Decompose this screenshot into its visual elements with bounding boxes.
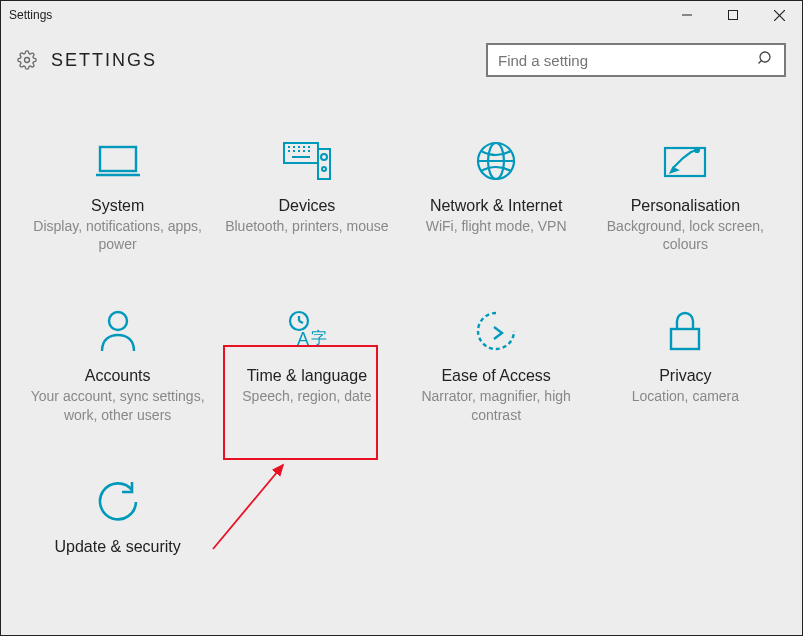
search-input[interactable] [498, 52, 758, 69]
minimize-button[interactable] [664, 1, 710, 29]
tile-title: Personalisation [597, 197, 774, 215]
svg-point-4 [25, 58, 30, 63]
tile-desc: Background, lock screen, colours [597, 217, 774, 253]
titlebar: Settings [1, 1, 802, 29]
tile-desc: Bluetooth, printers, mouse [218, 217, 395, 235]
svg-point-24 [321, 154, 327, 160]
svg-point-31 [109, 312, 127, 330]
svg-rect-1 [729, 11, 738, 20]
svg-text:字: 字 [311, 329, 327, 346]
svg-point-30 [695, 148, 699, 152]
person-icon [29, 307, 206, 355]
svg-line-8 [759, 61, 762, 64]
tile-desc: Display, notifications, apps, power [29, 217, 206, 253]
tile-system[interactable]: System Display, notifications, apps, pow… [23, 135, 212, 255]
tile-title: Ease of Access [408, 367, 585, 385]
search-icon [758, 50, 774, 70]
tile-title: System [29, 197, 206, 215]
tile-devices[interactable]: Devices Bluetooth, printers, mouse [212, 135, 401, 255]
personalisation-icon [597, 137, 774, 185]
maximize-button[interactable] [710, 1, 756, 29]
time-language-icon: A 字 [218, 307, 395, 355]
gear-icon [17, 50, 37, 70]
svg-rect-37 [671, 329, 699, 349]
lock-icon [597, 307, 774, 355]
update-icon [29, 478, 206, 526]
page-title: SETTINGS [51, 50, 486, 71]
svg-line-34 [299, 321, 303, 323]
svg-text:A: A [297, 329, 309, 349]
tile-personalisation[interactable]: Personalisation Background, lock screen,… [591, 135, 780, 255]
tile-desc: Speech, region, date [218, 387, 395, 405]
tile-title: Update & security [29, 538, 206, 556]
system-icon [29, 137, 206, 185]
tile-title: Network & Internet [408, 197, 585, 215]
devices-icon [218, 137, 395, 185]
window-title: Settings [9, 8, 664, 22]
svg-point-25 [322, 167, 326, 171]
tile-desc: Narrator, magnifier, high contrast [408, 387, 585, 423]
tile-title: Time & language [218, 367, 395, 385]
tile-privacy[interactable]: Privacy Location, camera [591, 305, 780, 425]
tile-desc: WiFi, flight mode, VPN [408, 217, 585, 235]
tile-title: Privacy [597, 367, 774, 385]
tile-title: Accounts [29, 367, 206, 385]
close-button[interactable] [756, 1, 802, 29]
tile-desc: Your account, sync settings, work, other… [29, 387, 206, 423]
tile-ease-of-access[interactable]: Ease of Access Narrator, magnifier, high… [402, 305, 591, 425]
tile-time-language[interactable]: A 字 Time & language Speech, region, date [212, 305, 401, 425]
tile-title: Devices [218, 197, 395, 215]
tiles-grid: System Display, notifications, apps, pow… [1, 97, 802, 560]
window-controls [664, 1, 802, 29]
header: SETTINGS [1, 29, 802, 97]
search-box[interactable] [486, 43, 786, 77]
tile-network[interactable]: Network & Internet WiFi, flight mode, VP… [402, 135, 591, 255]
ease-of-access-icon [408, 307, 585, 355]
tile-accounts[interactable]: Accounts Your account, sync settings, wo… [23, 305, 212, 425]
tile-update-security[interactable]: Update & security [23, 476, 212, 560]
settings-window: Settings SETTINGS [0, 0, 803, 636]
search-container [486, 43, 786, 77]
tile-desc: Location, camera [597, 387, 774, 405]
globe-icon [408, 137, 585, 185]
svg-rect-9 [100, 147, 136, 171]
